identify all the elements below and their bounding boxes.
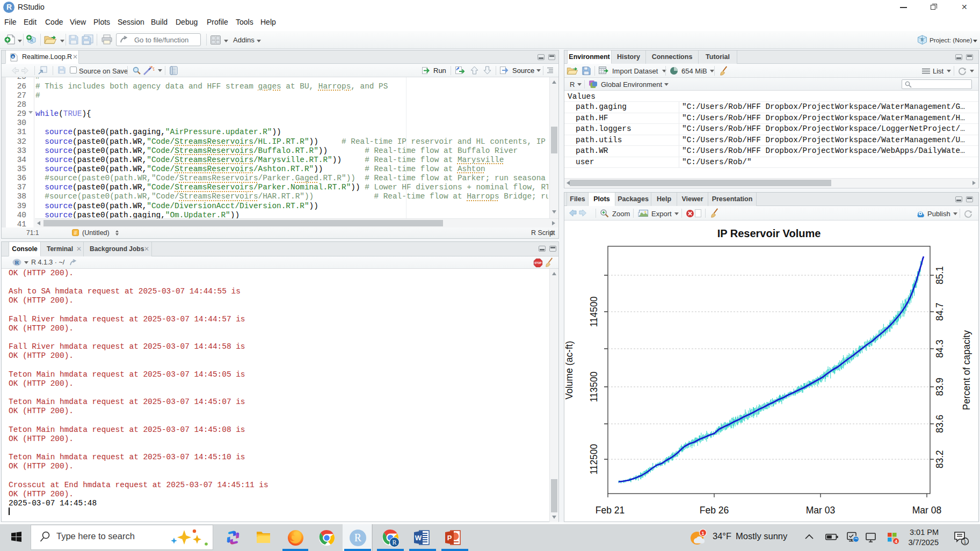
svg-text:83.9: 83.9	[934, 378, 945, 396]
svg-text:1: 1	[963, 539, 966, 545]
svg-text:W: W	[415, 534, 422, 542]
svg-text:Mar 08: Mar 08	[912, 505, 941, 516]
svg-text:R: R	[920, 37, 924, 42]
svg-text:83.6: 83.6	[934, 415, 945, 433]
svg-text:1: 1	[701, 530, 705, 536]
svg-text:Volume (ac-ft): Volume (ac-ft)	[564, 341, 575, 400]
svg-text:85.1: 85.1	[934, 266, 945, 284]
svg-text:Feb 21: Feb 21	[596, 505, 625, 516]
svg-text:83.2: 83.2	[934, 450, 945, 468]
svg-text:84.7: 84.7	[934, 303, 945, 321]
svg-text:R: R	[12, 55, 14, 58]
svg-text:IP Reservoir Volume: IP Reservoir Volume	[717, 227, 821, 239]
svg-text:112500: 112500	[589, 444, 599, 474]
svg-text:P: P	[447, 534, 452, 542]
svg-text:Mar 03: Mar 03	[806, 505, 835, 516]
svg-text:84.3: 84.3	[934, 340, 945, 358]
svg-text:4: 4	[895, 539, 897, 544]
svg-text:Percent of capacity: Percent of capacity	[961, 330, 972, 410]
svg-text:STOP: STOP	[534, 262, 542, 265]
svg-text:114500: 114500	[589, 296, 599, 327]
svg-text:Feb 26: Feb 26	[700, 505, 729, 516]
svg-text:113500: 113500	[589, 371, 599, 402]
svg-text:R: R	[15, 259, 20, 266]
